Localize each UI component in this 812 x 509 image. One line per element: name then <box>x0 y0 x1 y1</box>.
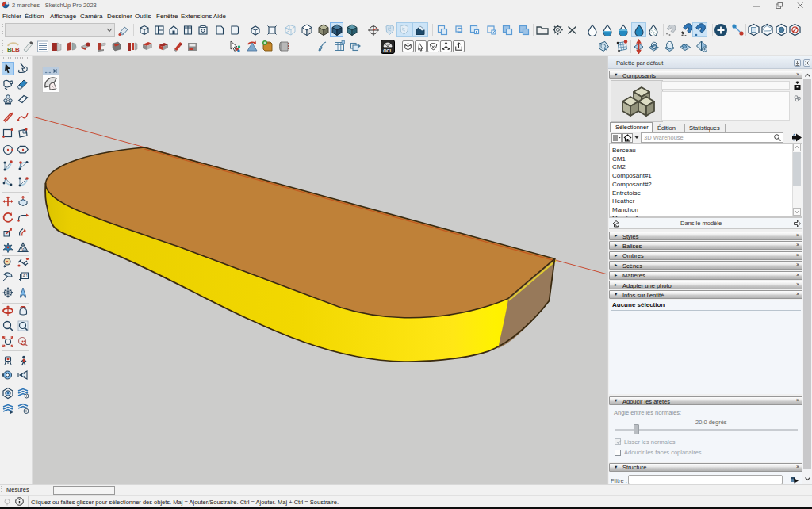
svg-text:A: A <box>21 247 25 252</box>
svg-text:B: B <box>15 46 20 53</box>
svg-text:A1: A1 <box>23 274 29 278</box>
svg-text:OCL: OCL <box>383 48 393 53</box>
